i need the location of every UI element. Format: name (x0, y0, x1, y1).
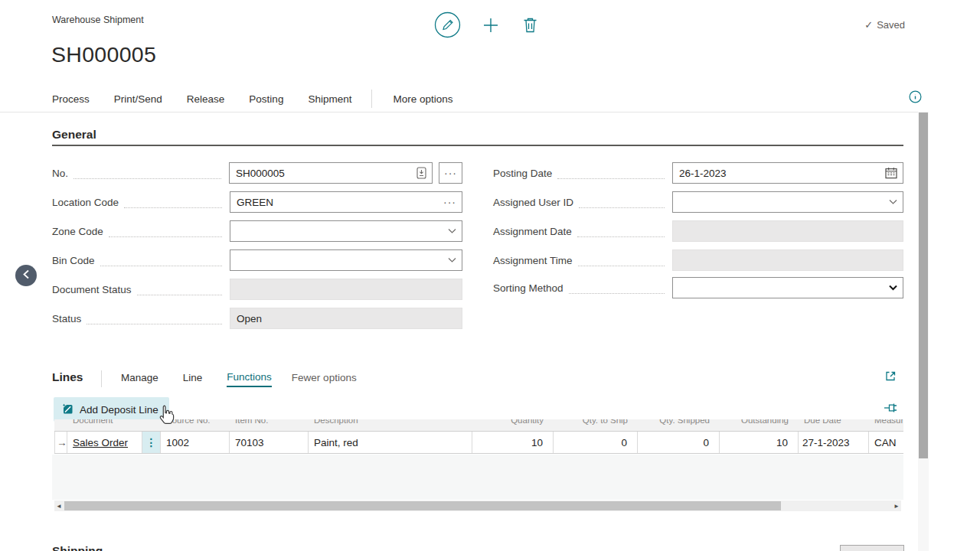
chevron-down-icon[interactable] (448, 258, 456, 263)
field-assigned-user: Assigned User ID (493, 191, 903, 213)
zone-code-input[interactable] (230, 220, 462, 242)
qty-shipped-cell[interactable]: 0 (638, 432, 720, 453)
document-status-field (230, 279, 462, 300)
col-source-no: Source No. (166, 419, 229, 426)
save-status-label: Saved (877, 19, 905, 31)
horizontal-scrollbar-thumb[interactable] (64, 501, 781, 510)
plus-icon (482, 17, 499, 36)
field-assignment-date: Assignment Date (493, 220, 903, 242)
col-item-no: Item No. (235, 419, 308, 426)
tab-fewer-options[interactable]: Fewer options (292, 372, 357, 386)
action-bar-divider (371, 90, 372, 108)
no-label: No. (52, 168, 68, 179)
col-due-date: Due Date (804, 419, 869, 426)
action-bar: Process Print/Send Release Posting Shipm… (0, 86, 918, 112)
assigned-user-label: Assigned User ID (493, 197, 573, 208)
zone-code-label: Zone Code (52, 226, 103, 237)
add-deposit-line-button[interactable]: Add Deposit Line (54, 397, 169, 422)
lines-section-heading: Lines (52, 370, 83, 384)
outstanding-cell[interactable]: 10 (720, 432, 799, 453)
assignment-time-label: Assignment Time (493, 255, 573, 266)
source-no-cell[interactable]: 1002 (161, 432, 230, 453)
item-no-cell[interactable]: 70103 (230, 432, 309, 453)
warehouse-shipment-page: Warehouse Shipment SH000005 ✓ Saved Proc… (0, 0, 980, 551)
dotted-leader (557, 167, 665, 179)
add-deposit-line-label: Add Deposit Line (80, 404, 158, 416)
dotted-leader (569, 282, 665, 294)
document-type-link[interactable]: Sales Order (73, 437, 128, 448)
save-status: ✓ Saved (864, 19, 905, 31)
vertical-scrollbar[interactable] (918, 112, 929, 551)
no-input[interactable]: SH000005 (229, 162, 433, 184)
pin-icon (884, 402, 898, 416)
calendar-icon[interactable] (885, 167, 897, 179)
delete-button[interactable] (521, 17, 539, 35)
chevron-down-icon[interactable] (889, 200, 897, 205)
chevron-down-icon[interactable] (448, 229, 456, 234)
assignment-date-field (672, 220, 903, 242)
status-field: Open (230, 308, 462, 329)
col-description: Description (314, 419, 467, 426)
field-no: No. SH000005 ··· (52, 162, 462, 184)
expand-icon (884, 370, 897, 385)
quantity-cell[interactable]: 10 (472, 432, 554, 453)
ellipsis-icon[interactable]: ··· (443, 196, 456, 208)
posting-date-value: 26-1-2023 (679, 168, 727, 179)
col-document: Document (73, 419, 143, 426)
scroll-left-arrow-icon[interactable]: ◄ (54, 500, 64, 511)
tab-functions[interactable]: Functions (227, 371, 272, 387)
back-button[interactable] (15, 265, 37, 286)
qty-to-ship-cell[interactable]: 0 (554, 432, 638, 453)
due-date-cell[interactable]: 27-1-2023 (799, 432, 869, 453)
menu-process[interactable]: Process (52, 89, 90, 109)
location-code-input[interactable]: GREEN ··· (230, 191, 462, 213)
info-button[interactable] (909, 90, 922, 106)
field-status: Status Open (52, 308, 462, 329)
new-button[interactable] (481, 16, 501, 36)
posting-date-input[interactable]: 26-1-2023 (672, 162, 903, 184)
tab-line[interactable]: Line (183, 372, 203, 386)
add-line-icon (61, 403, 74, 417)
no-value: SH000005 (236, 168, 285, 179)
field-assignment-time: Assignment Time (493, 249, 903, 271)
col-qty-to-ship: Qty. to Ship (554, 419, 628, 426)
vertical-dots-icon: ⋮ (146, 436, 157, 448)
open-in-new-button[interactable] (884, 370, 897, 385)
menu-release[interactable]: Release (187, 89, 225, 109)
edit-button[interactable] (433, 12, 461, 40)
assignment-date-label: Assignment Date (493, 226, 572, 237)
horizontal-scrollbar[interactable]: ◄ ► (54, 500, 901, 511)
measure-cell[interactable]: CAN (869, 432, 903, 453)
dotted-leader (87, 312, 222, 324)
dotted-leader (74, 167, 221, 179)
menu-print-send[interactable]: Print/Send (114, 89, 162, 109)
document-type-cell[interactable]: Sales Order (67, 432, 142, 453)
more-options-button[interactable]: More options (393, 93, 452, 105)
menu-posting[interactable]: Posting (249, 89, 283, 109)
select-chevron-icon (889, 285, 897, 291)
location-code-value: GREEN (237, 197, 273, 208)
action-bar-underline (0, 112, 918, 112)
ellipsis-icon: ··· (444, 167, 457, 179)
assigned-user-input[interactable] (672, 191, 903, 213)
no-assist-edit-button[interactable]: ··· (439, 162, 462, 184)
dotted-leader (578, 254, 665, 266)
scroll-right-arrow-icon[interactable]: ► (892, 500, 901, 511)
bin-code-label: Bin Code (52, 255, 95, 266)
pin-button[interactable] (884, 402, 898, 416)
tab-manage[interactable]: Manage (121, 372, 158, 386)
dotted-leader (579, 196, 665, 208)
col-qty-shipped: Qty. Shipped (638, 419, 710, 426)
document-status-label: Document Status (52, 284, 132, 295)
sorting-method-select[interactable] (672, 277, 903, 298)
row-menu-button[interactable]: ⋮ (142, 432, 161, 453)
bin-code-input[interactable] (230, 249, 462, 271)
lines-tab-strip: Manage Line Functions Fewer options (101, 370, 357, 387)
page-title: SH000005 (51, 42, 156, 67)
description-cell[interactable]: Paint, red (309, 432, 472, 453)
trash-icon (523, 17, 537, 35)
field-posting-date: Posting Date 26-1-2023 (493, 162, 903, 184)
shipping-section-field (840, 545, 904, 551)
vertical-scrollbar-thumb[interactable] (919, 112, 928, 458)
menu-shipment[interactable]: Shipment (308, 89, 351, 109)
